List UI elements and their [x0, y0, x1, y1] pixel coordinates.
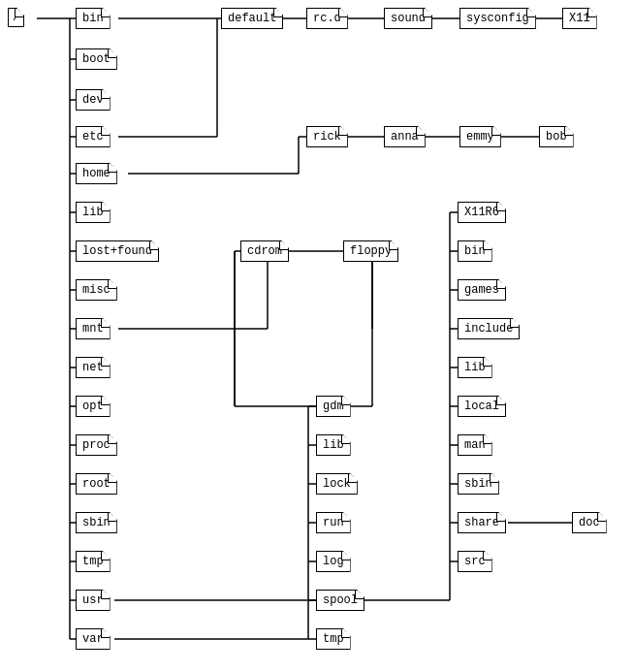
node-proc: proc: [76, 434, 117, 456]
node-lib: lib: [76, 202, 111, 223]
node-usr-bin: bin: [458, 240, 492, 262]
node-boot: boot: [76, 48, 117, 70]
label-root: /: [13, 11, 19, 24]
node-X11R6: X11R6: [458, 202, 506, 223]
node-usr-sbin: sbin: [458, 473, 499, 495]
node-default: default: [221, 8, 283, 29]
node-root-dir: root: [76, 473, 117, 495]
node-var-lib: lib: [316, 434, 351, 456]
node-usr-lib: lib: [458, 357, 492, 378]
node-spool: spool: [316, 590, 364, 611]
node-floppy: floppy: [343, 240, 398, 262]
node-tmp-root: tmp: [76, 551, 111, 572]
node-home: home: [76, 163, 117, 184]
node-bin: bin: [76, 8, 111, 29]
node-X11: X11: [562, 8, 597, 29]
node-etc: etc: [76, 126, 111, 147]
node-anna: anna: [384, 126, 426, 147]
node-net: net: [76, 357, 111, 378]
node-log: log: [316, 551, 351, 572]
node-share: share: [458, 512, 506, 533]
tree-container: / bin boot dev etc home lib lost+found m…: [0, 0, 633, 672]
node-include: include: [458, 318, 520, 339]
node-rc-d: rc.d: [306, 8, 348, 29]
node-var: var: [76, 628, 111, 650]
node-var-tmp: tmp: [316, 628, 351, 650]
node-usr: usr: [76, 590, 111, 611]
node-lost-found: lost+found: [76, 240, 159, 262]
node-misc: misc: [76, 279, 117, 301]
node-sysconfig: sysconfig: [459, 8, 536, 29]
node-sound: sound: [384, 8, 432, 29]
node-src: src: [458, 551, 492, 572]
node-lock: lock: [316, 473, 358, 495]
node-local: local: [458, 396, 506, 417]
node-bob: bob: [539, 126, 574, 147]
node-emmy: emmy: [459, 126, 501, 147]
node-run: run: [316, 512, 351, 533]
node-man: man: [458, 434, 492, 456]
node-games: games: [458, 279, 506, 301]
node-rick: rick: [306, 126, 348, 147]
node-sbin: sbin: [76, 512, 117, 533]
node-gdm: gdm: [316, 396, 351, 417]
node-opt: opt: [76, 396, 111, 417]
node-mnt: mnt: [76, 318, 111, 339]
node-root: /: [8, 8, 24, 27]
node-doc: doc: [572, 512, 607, 533]
node-dev: dev: [76, 89, 111, 111]
node-cdrom: cdrom: [240, 240, 289, 262]
